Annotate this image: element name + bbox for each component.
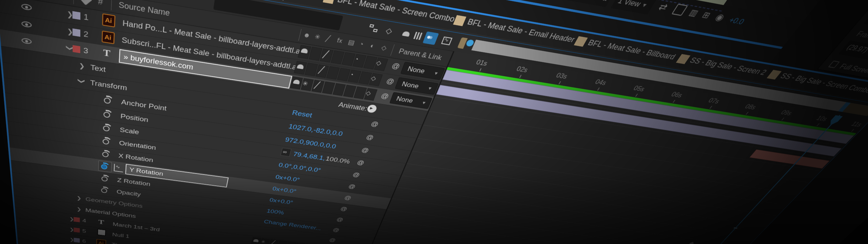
- switch-header-icon: fx: [336, 37, 343, 44]
- material-pickwhip[interactable]: @: [329, 237, 337, 243]
- ruler-tick: [816, 123, 820, 126]
- ruler-tick: [519, 75, 521, 78]
- camera-view-popup[interactable]: Active Camera▾: [552, 0, 615, 7]
- transform-group-expander[interactable]: ❯: [78, 78, 86, 84]
- stopwatch-icon[interactable]: [101, 162, 109, 170]
- comp-tab-icon: [574, 36, 588, 47]
- property-pickwhip[interactable]: @: [336, 217, 344, 223]
- layer1-number: 1: [84, 12, 89, 23]
- switch-cell[interactable]: [286, 241, 296, 244]
- property-value[interactable]: 0x+0.0°: [269, 197, 294, 206]
- stopwatch-icon[interactable]: [102, 123, 111, 133]
- visibility-eye-icon[interactable]: [21, 3, 32, 11]
- property-pickwhip[interactable]: @: [356, 159, 365, 167]
- stopwatch-icon[interactable]: [103, 109, 112, 119]
- layer6-label-swatch[interactable]: [74, 238, 80, 243]
- transform-reset[interactable]: Reset: [291, 109, 313, 119]
- text-group-expander[interactable]: ❯: [79, 62, 85, 70]
- fast-preview-icon[interactable]: [671, 4, 688, 16]
- switch-header-icon: ✳: [314, 33, 321, 41]
- visibility-eye-icon[interactable]: [21, 21, 32, 28]
- layer2-number: 2: [83, 29, 88, 39]
- pickwhip-transform[interactable]: @: [370, 120, 379, 128]
- property-value[interactable]: 972.0,900.0,0.0: [284, 136, 337, 150]
- flowchart-button-icon[interactable]: ⊞: [700, 10, 713, 20]
- geometry-pickwhip[interactable]: @: [332, 227, 340, 233]
- full-screen-label: Full Screen: [838, 62, 868, 75]
- graph-editor-icon[interactable]: ∿: [438, 34, 455, 48]
- null-object-icon: [97, 229, 106, 236]
- layer1-label-swatch[interactable]: [73, 11, 81, 20]
- property-label[interactable]: Position: [120, 112, 149, 124]
- property-label[interactable]: X Rotation: [118, 152, 154, 164]
- property-label[interactable]: Orientation: [119, 139, 156, 151]
- text-layer-icon: T: [103, 47, 111, 59]
- parent-dropdown[interactable]: None▾: [389, 92, 432, 109]
- pixel-aspect-icon[interactable]: ⇄: [656, 1, 670, 13]
- comp-tab[interactable]: BFL - Meat Sale - Screen Combo: [321, 0, 327, 7]
- stopwatch-icon[interactable]: [102, 137, 111, 145]
- label-column-icon: [79, 0, 93, 5]
- geometry-options-label[interactable]: Geometry Options: [85, 196, 143, 209]
- parent-dropdown-icon: ▾: [434, 70, 439, 76]
- draft-3d-icon[interactable]: ◇: [382, 24, 398, 38]
- switch-cell[interactable]: [277, 240, 288, 244]
- property-value2[interactable]: 100.0%: [325, 155, 351, 165]
- animate-label: Animate:: [337, 101, 368, 113]
- property-value[interactable]: 79.4,68.1,: [292, 150, 326, 162]
- stopwatch-icon[interactable]: [102, 149, 110, 158]
- property-label[interactable]: Opacity: [116, 188, 141, 198]
- layer4-number: 4: [82, 218, 86, 224]
- exposure-icon[interactable]: ◉: [713, 11, 727, 23]
- frame-rate-popup[interactable]: (29.97)▾: [838, 40, 868, 60]
- timeline-button-icon[interactable]: ▥: [687, 7, 700, 18]
- layer5-name[interactable]: Null 1: [112, 232, 130, 239]
- property-value[interactable]: 100%: [266, 208, 285, 216]
- property-pickwhip[interactable]: @: [339, 206, 348, 212]
- property-label[interactable]: Scale: [120, 126, 139, 136]
- graph-icon[interactable]: ∿: [114, 164, 123, 172]
- property-value[interactable]: 1027.0,-82.0,0.0: [288, 123, 344, 138]
- parent-dropdown-icon: ▾: [428, 85, 432, 91]
- ruler-tick: [746, 112, 749, 115]
- property-pickwhip[interactable]: @: [352, 171, 360, 179]
- material-options-label[interactable]: Material Options: [85, 207, 136, 219]
- material-expander[interactable]: ❯: [77, 206, 82, 212]
- property-value[interactable]: 0x+0.0°: [275, 174, 300, 183]
- property-label[interactable]: Z Rotation: [117, 177, 151, 188]
- parent-pickwhip-icon[interactable]: @: [385, 77, 395, 86]
- parent-dropdown-label: None: [401, 80, 420, 90]
- view-layout-popup[interactable]: 1 View▾: [611, 0, 657, 15]
- comp-mini-flowchart-icon[interactable]: [366, 22, 381, 36]
- full-screen-checkbox[interactable]: [828, 61, 840, 68]
- stopwatch-icon[interactable]: [101, 174, 109, 182]
- property-pickwhip[interactable]: @: [365, 134, 375, 141]
- layer2-label-swatch[interactable]: [73, 28, 80, 37]
- property-value[interactable]: 0.0°,0.0°,0.0°: [278, 161, 321, 174]
- header-divider3: [298, 29, 302, 41]
- property-pickwhip[interactable]: @: [348, 183, 356, 190]
- switch-header-icon: ☻: [302, 31, 311, 39]
- ruler-tick-label: 05s: [632, 85, 646, 93]
- layer4-label-swatch[interactable]: [74, 217, 80, 222]
- text-group-label[interactable]: Text: [90, 63, 106, 74]
- layer5-label-swatch[interactable]: [74, 227, 80, 232]
- property-label[interactable]: Anchor Point: [121, 98, 167, 112]
- property-pickwhip[interactable]: @: [360, 146, 370, 154]
- transform-group-label[interactable]: Transform: [90, 79, 127, 92]
- layer3-label-swatch[interactable]: [73, 45, 80, 53]
- layer4-name[interactable]: March 1st – 3rd: [113, 221, 160, 233]
- ai-file-icon: Ai: [102, 30, 115, 44]
- ruler-tick-label: 02s: [515, 65, 529, 74]
- layer6-name[interactable]: The…: [112, 242, 130, 244]
- view-layout-label: 1 View: [616, 0, 643, 9]
- scale-link-icon[interactable]: ∞: [280, 148, 292, 157]
- stopwatch-icon[interactable]: [101, 186, 108, 194]
- change-renderer-link[interactable]: Change Renderer...: [263, 219, 322, 231]
- exposure-value[interactable]: +0.0: [727, 16, 746, 26]
- parent-pickwhip-icon[interactable]: @: [391, 62, 401, 71]
- stopwatch-icon[interactable]: [103, 95, 112, 105]
- geometry-expander[interactable]: ❯: [77, 195, 82, 201]
- ruler-tick-label: 07s: [707, 97, 721, 105]
- ruler-tick: [851, 129, 854, 132]
